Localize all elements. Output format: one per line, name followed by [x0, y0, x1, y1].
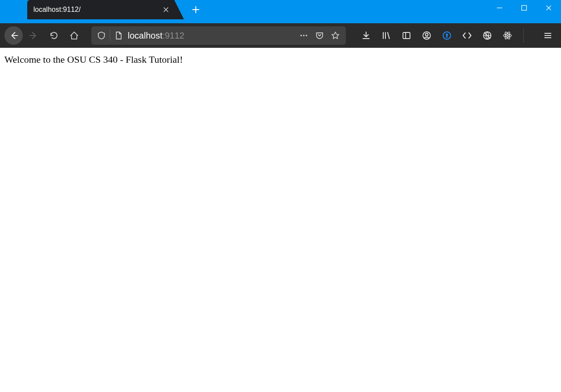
svg-rect-0: [522, 6, 527, 11]
library-button[interactable]: [380, 29, 392, 42]
reload-icon: [49, 31, 59, 40]
downloads-button[interactable]: [360, 29, 372, 42]
svg-point-6: [425, 33, 428, 36]
svg-point-1: [300, 35, 302, 36]
ellipsis-icon: [299, 31, 309, 40]
pocket-icon: [315, 31, 324, 40]
arrow-left-icon: [9, 31, 18, 40]
url-port: :9112: [162, 31, 184, 40]
app-menu-button[interactable]: [539, 27, 557, 44]
pocket-button[interactable]: [313, 29, 326, 42]
minimize-icon: [496, 5, 503, 11]
extension-react-devtools-button[interactable]: [501, 29, 514, 42]
bookmark-button[interactable]: [329, 29, 342, 42]
tracking-protection-button[interactable]: [94, 31, 109, 40]
account-button[interactable]: [421, 29, 433, 42]
close-icon: [163, 7, 169, 13]
react-icon: [503, 31, 512, 40]
sidebar-button[interactable]: [400, 29, 413, 42]
page-content: Welcome to the OSU CS 340 - Flask Tutori…: [0, 48, 561, 392]
home-button[interactable]: [65, 26, 83, 45]
reload-button[interactable]: [45, 26, 63, 45]
svg-rect-4: [403, 32, 410, 39]
sidebar-icon: [402, 31, 411, 40]
window-maximize-button[interactable]: [512, 0, 536, 16]
maximize-icon: [521, 5, 527, 11]
window-titlebar: localhost:9112/: [0, 0, 561, 23]
url-text[interactable]: localhost:9112: [126, 31, 298, 41]
shield-icon: [97, 31, 106, 40]
page-actions-button[interactable]: [298, 29, 310, 42]
download-icon: [361, 31, 371, 40]
nav-forward-button[interactable]: [25, 26, 43, 45]
star-icon: [331, 31, 340, 40]
library-icon: [381, 31, 391, 40]
window-minimize-button[interactable]: [487, 0, 512, 16]
close-icon: [546, 5, 552, 11]
browser-toolbar: localhost:9112: [0, 23, 561, 48]
page-body-text: Welcome to the OSU CS 340 - Flask Tutori…: [4, 54, 183, 65]
tab-title: localhost:9112/: [33, 6, 159, 14]
account-icon: [422, 31, 432, 40]
page-icon: [114, 31, 123, 40]
new-tab-button[interactable]: [186, 0, 206, 19]
globe-slash-icon: [482, 31, 492, 40]
extension-1password-button[interactable]: [441, 29, 453, 42]
svg-point-2: [303, 35, 305, 36]
svg-rect-9: [446, 35, 448, 38]
toolbar-separator: [523, 29, 524, 43]
arrow-right-icon: [29, 31, 39, 40]
urlbar-right-icons: [298, 29, 343, 42]
code-icon: [462, 31, 472, 40]
hamburger-icon: [543, 31, 552, 40]
url-bar[interactable]: localhost:9112: [91, 26, 346, 45]
svg-point-3: [306, 35, 307, 36]
extension-noscript-button[interactable]: [481, 29, 493, 42]
devtools-button[interactable]: [461, 29, 473, 42]
browser-tab-active[interactable]: localhost:9112/: [27, 0, 174, 19]
svg-point-11: [507, 35, 508, 36]
keyhole-icon: [442, 31, 452, 40]
toolbar-icon-group: [360, 29, 525, 43]
url-host: localhost: [128, 31, 162, 40]
urlbar-separator: [110, 30, 110, 41]
window-controls: [487, 0, 561, 16]
site-identity-button[interactable]: [111, 31, 126, 40]
window-close-button[interactable]: [536, 0, 561, 16]
tab-strip: localhost:9112/: [27, 0, 206, 23]
tab-close-button[interactable]: [163, 7, 169, 13]
plus-icon: [192, 6, 200, 14]
nav-back-button[interactable]: [4, 26, 23, 45]
home-icon: [69, 31, 79, 40]
